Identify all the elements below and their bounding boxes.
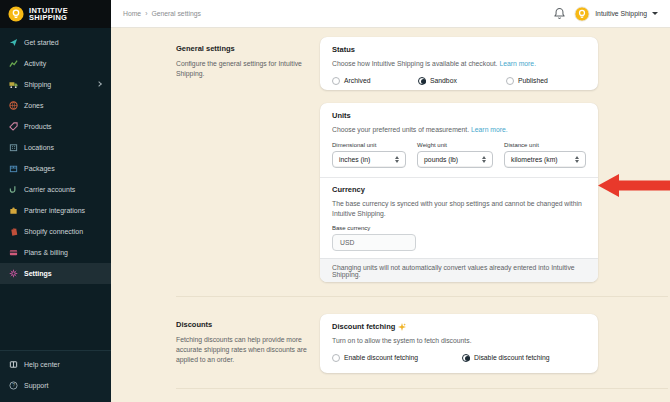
breadcrumb: Home › General settings bbox=[123, 10, 201, 17]
truck-icon bbox=[9, 80, 18, 89]
select-stepper-icon bbox=[395, 156, 399, 164]
sidebar-item-support[interactable]: ? Support bbox=[0, 375, 111, 396]
send-icon bbox=[9, 38, 18, 47]
radio-sandbox[interactable]: Sandbox bbox=[418, 77, 506, 85]
status-description-text: Choose how Intuitive Shipping is availab… bbox=[332, 60, 498, 67]
svg-text:?: ? bbox=[12, 383, 15, 388]
breadcrumb-current: General settings bbox=[151, 10, 201, 17]
base-currency-value: USD bbox=[340, 239, 354, 246]
status-radio-group: Archived Sandbox Published bbox=[332, 77, 586, 85]
units-card: Units Choose your preferred units of mea… bbox=[320, 103, 598, 282]
radio-circle-icon bbox=[332, 354, 340, 362]
card-divider bbox=[320, 177, 598, 178]
sidebar-item-label: Carrier accounts bbox=[24, 186, 75, 193]
sidebar-footer: Help center ? Support bbox=[0, 350, 111, 402]
radio-archived[interactable]: Archived bbox=[332, 77, 418, 85]
select-stepper-icon bbox=[575, 156, 579, 164]
weight-unit-field: Weight unit pounds (lb) bbox=[417, 142, 493, 168]
book-icon bbox=[9, 360, 18, 369]
sidebar-item-label: Zones bbox=[24, 102, 43, 109]
units-description-text: Choose your preferred units of measureme… bbox=[332, 126, 469, 133]
discount-fetching-title: Discount fetching bbox=[332, 322, 586, 331]
currency-title: Currency bbox=[332, 185, 586, 194]
radio-label: Disable discount fetching bbox=[474, 354, 550, 361]
sidebar-item-label: Support bbox=[24, 382, 49, 389]
sidebar-item-label: Partner integrations bbox=[24, 207, 85, 214]
caret-down-icon bbox=[652, 12, 658, 15]
sidebar-item-activity[interactable]: Activity bbox=[0, 53, 111, 74]
account-avatar-lightbulb-icon bbox=[574, 6, 590, 22]
sidebar-item-label: Plans & billing bbox=[24, 249, 68, 256]
sidebar-item-products[interactable]: Products bbox=[0, 116, 111, 137]
sidebar-item-plans-billing[interactable]: Plans & billing bbox=[0, 242, 111, 263]
select-value: inches (in) bbox=[339, 156, 370, 163]
globe-icon bbox=[9, 101, 18, 110]
sidebar-item-partner-integrations[interactable]: Partner integrations bbox=[0, 200, 111, 221]
general-settings-page: General settings Configure the general s… bbox=[111, 28, 670, 402]
select-value: kilometres (km) bbox=[511, 156, 557, 163]
notifications-bell-button[interactable] bbox=[553, 7, 566, 20]
radio-enable-discount-fetching[interactable]: Enable discount fetching bbox=[332, 354, 462, 362]
weight-unit-select[interactable]: pounds (lb) bbox=[417, 151, 493, 168]
sidebar-item-label: Shipping bbox=[24, 81, 51, 88]
radio-circle-selected-icon bbox=[462, 354, 470, 362]
section-divider bbox=[176, 388, 668, 389]
radio-disable-discount-fetching[interactable]: Disable discount fetching bbox=[462, 354, 550, 362]
lightbulb-icon bbox=[8, 6, 24, 22]
sidebar-item-get-started[interactable]: Get started bbox=[0, 32, 111, 53]
sidebar-item-shipping[interactable]: Shipping bbox=[0, 74, 111, 95]
units-card-title: Units bbox=[332, 111, 586, 120]
sidebar-item-label: Packages bbox=[24, 165, 55, 172]
sidebar-item-settings[interactable]: Settings bbox=[0, 263, 111, 284]
breadcrumb-home-link[interactable]: Home bbox=[123, 10, 141, 17]
radio-label: Archived bbox=[344, 77, 370, 84]
sidebar-item-help-center[interactable]: Help center bbox=[0, 354, 111, 375]
sidebar-item-label: Shopify connection bbox=[24, 228, 83, 235]
status-learn-more-link[interactable]: Learn more. bbox=[499, 60, 536, 67]
credit-card-icon bbox=[9, 248, 18, 257]
radio-published[interactable]: Published bbox=[506, 77, 548, 85]
sidebar-item-label: Help center bbox=[24, 361, 60, 368]
units-card-footnote: Changing units will not automatically co… bbox=[320, 258, 598, 282]
sidebar-item-carrier-accounts[interactable]: Carrier accounts bbox=[0, 179, 111, 200]
section-divider bbox=[176, 296, 668, 297]
puzzle-icon bbox=[9, 206, 18, 215]
distance-unit-field: Distance unit kilometres (km) bbox=[504, 142, 586, 168]
base-currency-label: Base currency bbox=[332, 225, 586, 231]
sidebar-item-packages[interactable]: Packages bbox=[0, 158, 111, 179]
radio-circle-icon bbox=[332, 77, 340, 85]
general-settings-header: General settings Configure the general s… bbox=[176, 44, 308, 79]
brand-name: INTUITIVE SHIPPING bbox=[29, 7, 68, 22]
hook-icon bbox=[9, 185, 18, 194]
dimensional-unit-label: Dimensional unit bbox=[332, 142, 406, 148]
sidebar: INTUITIVE SHIPPING Get started Activity … bbox=[0, 0, 111, 402]
units-learn-more-link[interactable]: Learn more. bbox=[471, 126, 508, 133]
sidebar-item-zones[interactable]: Zones bbox=[0, 95, 111, 116]
select-stepper-icon bbox=[482, 156, 486, 164]
question-icon: ? bbox=[9, 381, 18, 390]
weight-unit-label: Weight unit bbox=[417, 142, 493, 148]
section-title-discounts: Discounts bbox=[176, 320, 308, 329]
base-currency-field: Base currency USD bbox=[332, 225, 586, 251]
bell-icon bbox=[553, 7, 566, 20]
section-title-general: General settings bbox=[176, 44, 308, 53]
radio-label: Published bbox=[518, 77, 548, 84]
brand-line2: SHIPPING bbox=[29, 14, 68, 22]
dimensional-unit-select[interactable]: inches (in) bbox=[332, 151, 406, 168]
base-currency-input[interactable]: USD bbox=[332, 234, 416, 251]
sidebar-item-label: Products bbox=[24, 123, 52, 130]
sidebar-item-shopify-connection[interactable]: Shopify connection bbox=[0, 221, 111, 242]
account-menu-button[interactable]: Intuitive Shipping bbox=[574, 6, 658, 22]
discounts-header: Discounts Fetching discounts can help pr… bbox=[176, 320, 308, 366]
distance-unit-select[interactable]: kilometres (km) bbox=[504, 151, 586, 168]
section-description-discounts: Fetching discounts can help provide more… bbox=[176, 335, 308, 366]
brand-logo[interactable]: INTUITIVE SHIPPING bbox=[0, 0, 111, 28]
discount-fetching-title-text: Discount fetching bbox=[332, 322, 395, 331]
sidebar-item-locations[interactable]: Locations bbox=[0, 137, 111, 158]
sidebar-nav: Get started Activity Shipping Zones Prod… bbox=[0, 28, 111, 284]
radio-label: Enable discount fetching bbox=[344, 354, 418, 361]
currency-description: The base currency is synced with your sh… bbox=[332, 199, 586, 219]
sidebar-item-label: Locations bbox=[24, 144, 54, 151]
red-annotation-arrow-icon bbox=[598, 172, 670, 199]
radio-circle-selected-icon bbox=[418, 77, 426, 85]
